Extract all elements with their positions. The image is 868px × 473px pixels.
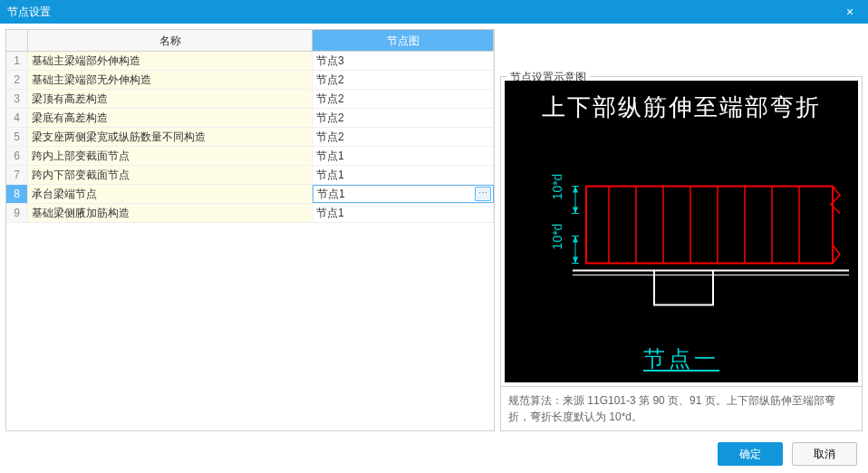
dim-label-1: 10*d [550, 174, 564, 200]
row-number: 2 [6, 71, 28, 89]
row-diagram[interactable]: 节点2 [313, 90, 494, 108]
table-row[interactable]: 3梁顶有高差构造节点2 [6, 90, 494, 109]
row-diagram[interactable]: 节点1⋯ [313, 185, 494, 203]
row-number: 9 [6, 204, 28, 222]
row-number: 8 [6, 185, 28, 203]
dim-label-2: 10*d [550, 224, 564, 250]
row-name[interactable]: 基础梁侧腋加筋构造 [28, 204, 313, 222]
svg-marker-17 [573, 208, 578, 214]
row-diagram[interactable]: 节点3 [313, 52, 494, 70]
row-diagram[interactable]: 节点2 [313, 128, 494, 146]
row-number: 7 [6, 166, 28, 184]
row-diagram[interactable]: 节点2 [313, 109, 494, 127]
th-diagram[interactable]: 节点图 [313, 30, 494, 51]
row-diagram[interactable]: 节点1 [313, 204, 494, 222]
row-number: 5 [6, 128, 28, 146]
ok-button[interactable]: 确定 [718, 442, 783, 466]
ellipsis-button[interactable]: ⋯ [475, 187, 491, 201]
diagram-caption: 节点一 [643, 344, 719, 373]
row-number: 3 [6, 90, 28, 108]
row-name[interactable]: 承台梁端节点 [28, 185, 313, 203]
row-name[interactable]: 跨内下部变截面节点 [28, 166, 313, 184]
settings-table: 名称 节点图 1基础主梁端部外伸构造节点32基础主梁端部无外伸构造节点23梁顶有… [5, 29, 495, 431]
svg-marker-21 [573, 236, 578, 243]
row-diagram[interactable]: 节点1 [313, 166, 494, 184]
description-text: 规范算法：来源 11G101-3 第 90 页、91 页。上下部纵筋伸至端部弯折… [501, 386, 862, 430]
row-diagram[interactable]: 节点2 [313, 71, 494, 89]
row-diagram-value: 节点1 [317, 185, 345, 203]
row-name[interactable]: 跨内上部变截面节点 [28, 147, 313, 165]
row-name[interactable]: 梁底有高差构造 [28, 109, 313, 127]
titlebar: 节点设置 × [0, 0, 868, 24]
diagram-canvas: 上下部纵筋伸至端部弯折 [505, 81, 858, 382]
row-diagram[interactable]: 节点1 [313, 147, 494, 165]
row-number: 1 [6, 52, 28, 70]
table-row[interactable]: 5梁支座两侧梁宽或纵筋数量不同构造节点2 [6, 128, 494, 147]
cancel-button[interactable]: 取消 [792, 442, 857, 466]
svg-rect-4 [586, 187, 833, 264]
table-row[interactable]: 9基础梁侧腋加筋构造节点1 [6, 204, 494, 223]
row-name[interactable]: 梁支座两侧梁宽或纵筋数量不同构造 [28, 128, 313, 146]
table-row[interactable]: 8承台梁端节点节点1⋯ [6, 185, 494, 204]
row-number: 6 [6, 147, 28, 165]
svg-marker-22 [573, 257, 578, 264]
row-number: 4 [6, 109, 28, 127]
footer: 确定 取消 [0, 437, 868, 471]
preview-panel: 节点设置示意图 上下部纵筋伸至端部弯折 [500, 76, 863, 431]
svg-marker-16 [573, 187, 578, 193]
th-name[interactable]: 名称 [28, 30, 313, 51]
row-name[interactable]: 基础主梁端部无外伸构造 [28, 71, 313, 89]
table-header: 名称 节点图 [6, 30, 494, 52]
table-row[interactable]: 2基础主梁端部无外伸构造节点2 [6, 71, 494, 90]
table-row[interactable]: 7跨内下部变截面节点节点1 [6, 166, 494, 185]
row-name[interactable]: 基础主梁端部外伸构造 [28, 52, 313, 70]
svg-rect-3 [654, 271, 713, 305]
table-row[interactable]: 6跨内上部变截面节点节点1 [6, 147, 494, 166]
window-title: 节点设置 [7, 0, 51, 24]
row-name[interactable]: 梁顶有高差构造 [28, 90, 313, 108]
table-row[interactable]: 4梁底有高差构造节点2 [6, 109, 494, 128]
table-row[interactable]: 1基础主梁端部外伸构造节点3 [6, 52, 494, 71]
th-rownum [6, 30, 28, 51]
close-button[interactable]: × [832, 0, 868, 24]
